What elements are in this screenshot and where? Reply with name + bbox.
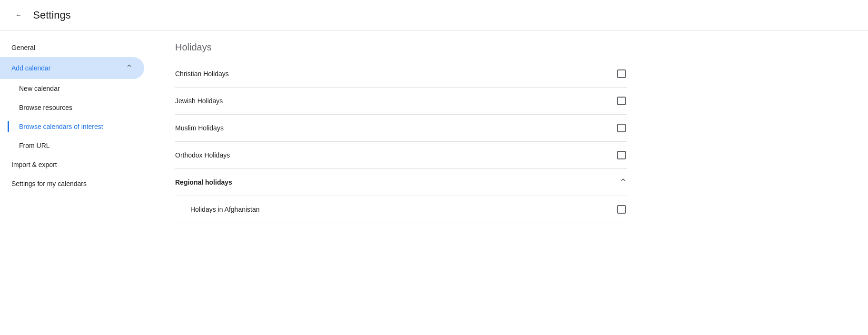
table-row: Christian Holidays [175, 60, 627, 88]
section-title: Holidays [175, 42, 845, 53]
checkbox-jewish-wrapper [616, 95, 627, 107]
table-row: Holidays in Afghanistan [175, 196, 627, 223]
sidebar-item-browse-calendars[interactable]: Browse calendars of interest [8, 117, 144, 136]
calendar-name-jewish: Jewish Holidays [175, 97, 223, 105]
checkbox-afghanistan[interactable] [617, 205, 626, 214]
calendar-list: Christian Holidays Jewish Holidays Musli… [175, 60, 627, 223]
calendar-name-orthodox: Orthodox Holidays [175, 151, 230, 159]
sidebar-item-settings-my-calendars[interactable]: Settings for my calendars [0, 174, 152, 193]
from-url-label: From URL [19, 142, 50, 149]
calendar-name-christian: Christian Holidays [175, 70, 229, 78]
checkbox-afghanistan-wrapper [616, 204, 627, 215]
chevron-up-icon: ⌃ [126, 63, 133, 73]
sidebar-item-from-url[interactable]: From URL [8, 136, 144, 155]
calendar-name-muslim: Muslim Holidays [175, 124, 224, 132]
regional-holidays-label: Regional holidays [175, 178, 232, 186]
checkbox-christian[interactable] [617, 69, 626, 78]
table-row: Orthodox Holidays [175, 142, 627, 169]
table-row: Jewish Holidays [175, 88, 627, 115]
checkbox-muslim-wrapper [616, 122, 627, 134]
general-label: General [11, 44, 35, 51]
sidebar-submenu: New calendar Browse resources Browse cal… [0, 79, 152, 155]
checkbox-orthodox[interactable] [617, 151, 626, 159]
back-icon: ← [15, 11, 21, 19]
page-title: Settings [33, 9, 71, 21]
browse-calendars-label: Browse calendars of interest [19, 123, 103, 130]
main-layout: General Add calendar ⌃ New calendar Brow… [0, 30, 868, 331]
sidebar-item-add-calendar[interactable]: Add calendar ⌃ [0, 57, 144, 79]
sidebar-item-browse-resources[interactable]: Browse resources [8, 98, 144, 117]
new-calendar-label: New calendar [19, 85, 60, 92]
checkbox-muslim[interactable] [617, 124, 626, 132]
header: ← Settings [0, 0, 868, 30]
checkbox-jewish[interactable] [617, 97, 626, 105]
sidebar-item-general[interactable]: General [0, 38, 144, 57]
checkbox-christian-wrapper [616, 68, 627, 79]
sidebar: General Add calendar ⌃ New calendar Brow… [0, 30, 152, 331]
regional-chevron-icon: ⌃ [619, 177, 627, 188]
sidebar-item-import-export[interactable]: Import & export [0, 155, 144, 174]
back-button[interactable]: ← [11, 8, 25, 22]
checkbox-orthodox-wrapper [616, 149, 627, 161]
sidebar-item-new-calendar[interactable]: New calendar [8, 79, 144, 98]
browse-resources-label: Browse resources [19, 104, 72, 111]
import-export-label: Import & export [11, 161, 57, 168]
calendar-name-afghanistan: Holidays in Afghanistan [190, 206, 260, 213]
content-area: Holidays Christian Holidays Jewish Holid… [152, 30, 868, 331]
table-row: Muslim Holidays [175, 115, 627, 142]
add-calendar-label: Add calendar [11, 64, 51, 72]
regional-holidays-row[interactable]: Regional holidays ⌃ [175, 169, 627, 196]
